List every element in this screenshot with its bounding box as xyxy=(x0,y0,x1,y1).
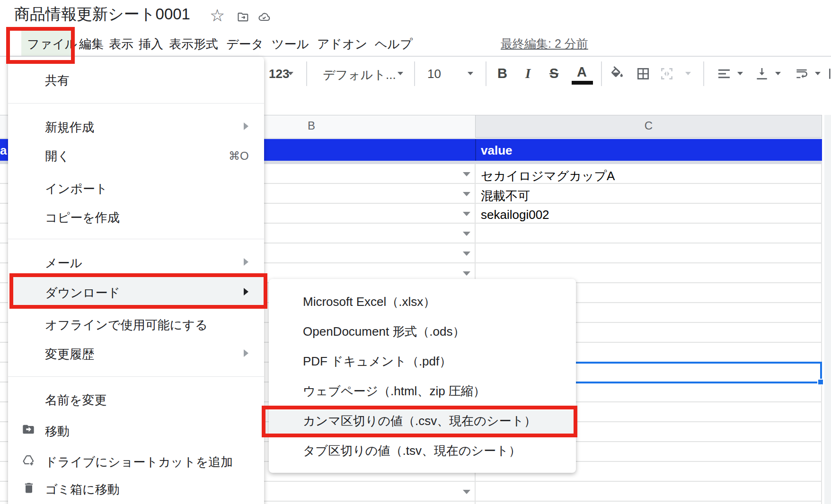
dropdown-arrow-icon[interactable] xyxy=(463,490,470,494)
fill-color-button[interactable] xyxy=(610,66,625,81)
grid-right-edge xyxy=(822,115,822,138)
submenu-item-ods[interactable]: OpenDocument 形式（.ods） xyxy=(303,323,465,340)
menu-addons[interactable]: アドオン xyxy=(317,36,367,52)
submenu-item-pdf[interactable]: PDF ドキュメント（.pdf） xyxy=(303,353,451,370)
dropdown-arrow-icon[interactable] xyxy=(463,232,470,236)
toolbar-divider xyxy=(703,61,704,86)
cell-c4[interactable]: sekailogi002 xyxy=(481,208,549,222)
download-submenu-panel: Microsoft Excel（.xlsx） OpenDocument 形式（.… xyxy=(269,279,576,473)
grid-col-divider-right xyxy=(821,164,822,504)
file-menu-add-shortcut[interactable]: ドライブにショートカットを追加 xyxy=(45,454,233,470)
submenu-item-html[interactable]: ウェブページ（.html、zip 圧縮） xyxy=(303,383,486,400)
submenu-arrow-icon xyxy=(244,349,248,357)
number-format-arrow-icon[interactable] xyxy=(288,72,293,75)
menu-format[interactable]: 表示形式 xyxy=(169,36,218,52)
merge-cells-arrow-icon[interactable] xyxy=(685,72,691,75)
file-menu-rename[interactable]: 名前を変更 xyxy=(45,392,107,408)
file-menu-new[interactable]: 新規作成 xyxy=(45,119,94,136)
clipped-toolbar-icon[interactable] xyxy=(827,66,831,81)
toolbar-divider xyxy=(414,61,415,86)
dropdown-arrow-icon[interactable] xyxy=(463,192,470,196)
menu-divider xyxy=(8,376,264,377)
font-select-arrow-icon[interactable] xyxy=(398,72,403,75)
move-to-folder-icon[interactable] xyxy=(236,10,251,24)
vertical-align-button[interactable] xyxy=(754,66,769,81)
file-menu-email[interactable]: メール xyxy=(45,255,82,271)
submenu-arrow-icon xyxy=(244,258,248,266)
submenu-item-tsv[interactable]: タブ区切りの値（.tsv、現在のシート） xyxy=(303,443,521,459)
column-header-b[interactable]: B xyxy=(308,119,315,132)
add-shortcut-to-drive-icon xyxy=(21,453,35,468)
toolbar-divider xyxy=(486,61,486,86)
font-size-arrow-icon[interactable] xyxy=(468,72,473,75)
menu-edit[interactable]: 編集 xyxy=(79,36,104,52)
cell-c3[interactable]: 混載不可 xyxy=(481,188,530,204)
dropdown-arrow-icon[interactable] xyxy=(463,271,470,276)
file-menu-trash[interactable]: ゴミ箱に移動 xyxy=(45,481,120,498)
text-color-button[interactable]: A xyxy=(577,64,587,80)
menu-data[interactable]: データ xyxy=(226,36,264,52)
last-edited-link[interactable]: 最終編集: 2 分前 xyxy=(501,36,588,52)
dropdown-arrow-icon[interactable] xyxy=(463,212,470,216)
merge-cells-button[interactable] xyxy=(659,66,674,81)
file-menu-share[interactable]: 共有 xyxy=(45,72,70,89)
page-title[interactable]: 商品情報更新シート0001 xyxy=(14,4,190,25)
annotation-box-file-menu xyxy=(6,27,75,64)
outside-grid-area xyxy=(824,115,831,504)
menu-divider xyxy=(8,239,264,239)
toolbar-divider xyxy=(306,61,307,86)
trash-icon xyxy=(22,481,35,495)
fill-handle[interactable] xyxy=(817,379,824,385)
file-menu-move[interactable]: 移動 xyxy=(45,423,70,440)
strikethrough-button[interactable]: S xyxy=(549,66,558,81)
sheets-app: B C a value セカイロジマグカップA 混載不可 sekailogi00… xyxy=(0,0,831,504)
header-row-col-divider xyxy=(475,139,476,161)
star-icon[interactable]: ☆ xyxy=(210,6,225,26)
header-row-clipped-text: a xyxy=(0,143,7,158)
font-select[interactable]: デフォルト... xyxy=(323,67,396,83)
file-menu-version-history[interactable]: 変更履歴 xyxy=(45,346,94,363)
text-color-bar xyxy=(572,81,593,85)
file-menu-open-shortcut: ⌘O xyxy=(229,149,249,163)
number-format-button[interactable]: 123 xyxy=(269,67,289,81)
file-menu-make-copy[interactable]: コピーを作成 xyxy=(45,209,120,226)
menu-divider xyxy=(8,103,264,104)
annotation-box-csv xyxy=(262,406,577,437)
font-size-select[interactable]: 10 xyxy=(427,67,441,81)
dropdown-arrow-icon[interactable] xyxy=(463,252,470,256)
horizontal-align-button[interactable] xyxy=(716,66,732,81)
column-header-c[interactable]: C xyxy=(475,119,822,132)
menu-view[interactable]: 表示 xyxy=(109,36,133,52)
bold-button[interactable]: B xyxy=(497,66,507,81)
horizontal-align-arrow-icon[interactable] xyxy=(737,72,743,75)
file-menu-open[interactable]: 開く xyxy=(45,148,70,165)
text-wrap-arrow-icon[interactable] xyxy=(815,72,821,75)
italic-button[interactable]: I xyxy=(525,66,530,81)
submenu-arrow-icon xyxy=(244,122,248,130)
annotation-box-download xyxy=(9,273,267,309)
menu-help[interactable]: ヘルプ xyxy=(375,36,413,52)
cloud-saved-icon[interactable] xyxy=(256,10,272,24)
file-menu-offline[interactable]: オフラインで使用可能にする xyxy=(45,317,207,333)
vertical-align-arrow-icon[interactable] xyxy=(775,72,781,75)
dropdown-arrow-icon[interactable] xyxy=(463,172,470,176)
text-wrap-button[interactable] xyxy=(794,66,809,81)
move-icon xyxy=(21,423,35,436)
toolbar-divider xyxy=(601,61,602,86)
submenu-item-xlsx[interactable]: Microsoft Excel（.xlsx） xyxy=(303,294,435,310)
menu-insert[interactable]: 挿入 xyxy=(139,36,163,52)
menu-tools[interactable]: ツール xyxy=(272,36,309,52)
file-menu-import[interactable]: インポート xyxy=(45,181,107,197)
header-cell-value[interactable]: value xyxy=(481,143,513,158)
borders-button[interactable] xyxy=(636,66,651,81)
cell-c2[interactable]: セカイロジマグカップA xyxy=(481,168,615,184)
